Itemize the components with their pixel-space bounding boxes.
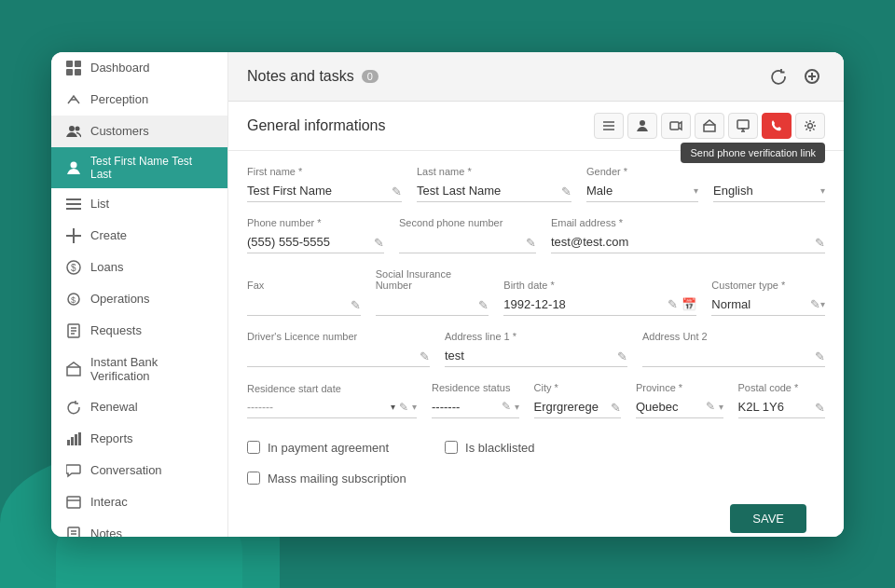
postal-code-input[interactable] xyxy=(738,396,826,418)
last-name-input[interactable] xyxy=(417,180,571,202)
notes-icon xyxy=(66,526,81,537)
fax-input[interactable] xyxy=(247,294,361,316)
sidebar-item-interac[interactable]: Interac xyxy=(51,486,227,518)
sidebar-item-label: Renewal xyxy=(90,400,138,414)
second-phone-label: Second phone number xyxy=(399,217,536,228)
sin-edit-icon: ✎ xyxy=(478,298,489,312)
sidebar-item-loans[interactable]: $ Loans xyxy=(51,252,227,283)
province-select[interactable]: QuebecOntarioBC xyxy=(636,396,702,417)
sidebar-item-label: Notes xyxy=(90,526,122,537)
residence-status-select[interactable]: -------OwnerRenterOther xyxy=(432,396,498,417)
language-label xyxy=(713,166,825,177)
sidebar-item-perception[interactable]: Perception xyxy=(51,84,227,116)
gender-group: Gender * MaleFemaleOther ▾ xyxy=(586,166,698,202)
blacklisted-row: Is blacklisted xyxy=(445,441,534,455)
svg-rect-0 xyxy=(66,61,73,67)
customer-type-group: Customer type * NormalVIPBlocked ✎ ▾ xyxy=(711,280,825,316)
phone-action-button[interactable] xyxy=(762,113,792,139)
driver-licence-label: Driver's Licence number xyxy=(247,331,430,342)
postal-code-label: Postal code * xyxy=(738,382,826,393)
sidebar-item-customers[interactable]: Customers xyxy=(51,116,227,147)
second-phone-input[interactable] xyxy=(399,231,536,253)
address-line2-input[interactable] xyxy=(642,345,825,367)
loans-icon: $ xyxy=(66,260,81,275)
refresh-button[interactable] xyxy=(765,63,792,89)
sidebar-item-conversation[interactable]: Conversation xyxy=(51,455,227,486)
add-button[interactable] xyxy=(799,63,825,89)
gender-select[interactable]: MaleFemaleOther xyxy=(586,180,694,201)
province-group: Province * QuebecOntarioBC ✎ ▾ xyxy=(636,382,723,418)
person-action-button[interactable] xyxy=(627,113,657,139)
customer-type-select-wrapper: NormalVIPBlocked ✎ ▾ xyxy=(711,294,825,316)
customer-type-select[interactable]: NormalVIPBlocked xyxy=(711,294,806,315)
birth-date-input[interactable] xyxy=(503,294,664,315)
sidebar-item-dashboard[interactable]: Dashboard xyxy=(51,52,227,84)
save-button[interactable]: SAVE xyxy=(730,504,806,533)
blacklisted-label: Is blacklisted xyxy=(465,441,534,455)
address-line1-input[interactable] xyxy=(445,345,627,367)
sidebar-item-instant-bank[interactable]: Instant Bank Verification xyxy=(51,347,227,391)
svg-rect-1 xyxy=(75,61,81,67)
province-arrow-icon: ▾ xyxy=(719,402,723,412)
sidebar-item-active-customer[interactable]: Test First Name Test Last xyxy=(51,147,227,188)
sin-input[interactable] xyxy=(376,294,489,316)
monitor-action-button[interactable] xyxy=(728,113,758,139)
sidebar-item-list[interactable]: List xyxy=(51,188,227,220)
video-action-button[interactable] xyxy=(661,113,691,139)
svg-rect-25 xyxy=(78,432,81,445)
form-actions: Send phone verification link xyxy=(594,113,825,139)
list-action-button[interactable] xyxy=(594,113,624,139)
payment-agreement-checkbox[interactable] xyxy=(247,441,260,454)
phone-group: Phone number * ✎ xyxy=(247,217,384,253)
svg-rect-21 xyxy=(67,367,80,376)
sidebar-item-renewal[interactable]: Renewal xyxy=(51,391,227,423)
checkbox-section: In payment agreement Is blacklisted xyxy=(247,433,825,472)
phone-input[interactable] xyxy=(247,231,384,253)
gender-select-wrapper: MaleFemaleOther ▾ xyxy=(586,180,698,202)
svg-rect-40 xyxy=(704,125,715,131)
city-input[interactable] xyxy=(534,396,622,418)
form-row-4: Driver's Licence number ✎ Address line 1… xyxy=(247,331,825,367)
first-name-label: First name * xyxy=(247,166,402,177)
requests-icon xyxy=(66,323,81,338)
residence-start-arrow[interactable]: ▾ xyxy=(391,402,395,412)
svg-rect-28 xyxy=(68,527,79,537)
svg-rect-23 xyxy=(71,437,74,445)
email-edit-icon: ✎ xyxy=(815,236,825,250)
birth-date-calendar-icon[interactable]: 📅 xyxy=(682,297,696,311)
svg-text:$: $ xyxy=(71,295,76,305)
bank-action-button[interactable] xyxy=(695,113,724,139)
sidebar-item-notes[interactable]: Notes xyxy=(51,518,227,537)
email-input[interactable] xyxy=(551,231,825,253)
settings-action-button[interactable] xyxy=(795,113,825,139)
first-name-input[interactable] xyxy=(247,180,402,202)
main-content: General informations xyxy=(228,102,844,537)
sidebar-item-label: Perception xyxy=(90,92,148,106)
sidebar-item-label: List xyxy=(90,197,109,211)
sidebar-item-operations[interactable]: $ Operations xyxy=(51,283,227,315)
form-body: First name * ✎ Last name * ✎ xyxy=(228,151,844,537)
sidebar-item-label: Instant Bank Verification xyxy=(90,355,213,383)
form-section-header: General informations xyxy=(228,102,844,151)
blacklisted-checkbox[interactable] xyxy=(445,441,458,454)
sidebar-item-create[interactable]: Create xyxy=(51,220,227,252)
language-select[interactable]: EnglishFrench xyxy=(713,180,820,201)
fax-edit-icon: ✎ xyxy=(351,298,361,312)
svg-rect-2 xyxy=(66,69,73,75)
residence-status-edit-icon: ✎ xyxy=(502,400,511,413)
form-section-title: General informations xyxy=(247,117,386,134)
sidebar-item-requests[interactable]: Requests xyxy=(51,315,227,347)
svg-point-38 xyxy=(640,120,645,126)
postal-code-group: Postal code * ✎ xyxy=(738,382,826,418)
bank-icon xyxy=(66,362,81,376)
svg-rect-41 xyxy=(737,120,749,129)
form-row-1: First name * ✎ Last name * ✎ xyxy=(247,166,825,202)
svg-point-6 xyxy=(76,126,80,130)
city-group: City * ✎ xyxy=(534,382,622,418)
residence-start-input[interactable] xyxy=(247,397,387,417)
sidebar-item-reports[interactable]: Reports xyxy=(51,423,227,455)
svg-rect-9 xyxy=(66,203,81,205)
residence-start-arrow2[interactable]: ▾ xyxy=(412,402,417,412)
driver-licence-input[interactable] xyxy=(247,345,430,367)
mass-mailing-checkbox[interactable] xyxy=(247,472,260,485)
